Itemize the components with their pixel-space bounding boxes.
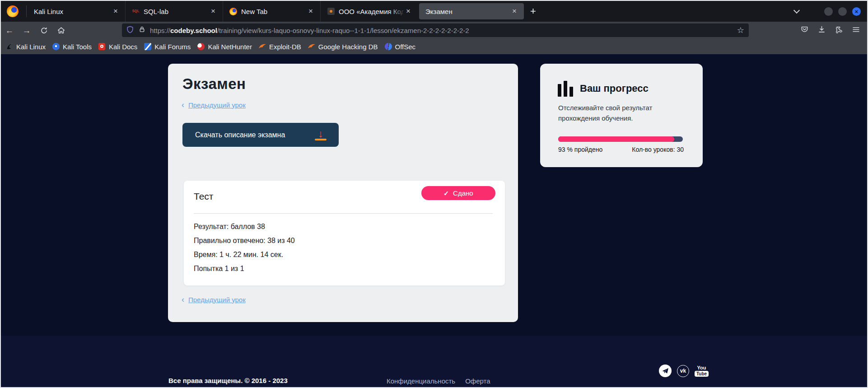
download-arrow-icon: ↓ xyxy=(314,129,327,140)
page-content: Экзамен ‹ Предыдущий урок Скачать описан… xyxy=(1,54,867,387)
bookmark-kali-forums[interactable]: Kali Forums xyxy=(144,42,191,51)
firefox-logo-icon xyxy=(7,5,19,17)
tab-ekzamen-active[interactable]: Экзамен × xyxy=(419,3,524,19)
tracking-protection-shield-icon[interactable] xyxy=(126,26,134,35)
tab-separator xyxy=(26,5,27,17)
privacy-link[interactable]: Конфиденциальность xyxy=(387,377,455,385)
chevron-left-icon: ‹ xyxy=(182,295,184,304)
forward-icon[interactable]: → xyxy=(18,26,35,35)
kali-nethunter-icon xyxy=(197,42,205,51)
tab-close-icon[interactable]: × xyxy=(208,6,218,16)
bookmark-exploit-db[interactable]: Exploit-DB xyxy=(258,42,301,51)
bookmark-kali-docs[interactable]: Kali Docs xyxy=(98,42,137,51)
footer: Все права защищены. © 2016 - 2023 Конфид… xyxy=(1,336,867,387)
kali-forums-icon xyxy=(144,42,152,51)
codeby-favicon xyxy=(327,8,335,15)
result-correct-line: Правильно отвечено: 38 из 40 xyxy=(194,234,295,248)
previous-lesson-link-bottom[interactable]: ‹ Предыдущий урок xyxy=(182,295,246,304)
progress-card: Ваш прогресс Отслеживайте свой результат… xyxy=(540,64,703,167)
tab-kali-linux[interactable]: Kali Linux × xyxy=(28,1,125,22)
lock-icon[interactable] xyxy=(139,26,145,35)
bookmark-star-icon[interactable]: ☆ xyxy=(737,25,744,35)
test-result-card: Тест ✓ Сдано Результат: баллов 38 Правил… xyxy=(184,181,505,285)
status-badge-passed: ✓ Сдано xyxy=(421,186,495,200)
list-all-tabs-icon[interactable] xyxy=(793,7,800,14)
back-icon[interactable]: ← xyxy=(1,26,18,35)
tab-bar: Kali Linux × SQL SQL-lab × New Tab × ООО… xyxy=(1,1,867,22)
offer-link[interactable]: Оферта xyxy=(465,377,490,385)
kali-tools-icon xyxy=(52,42,60,51)
lessons-count-label: Кол-во уроков: 30 xyxy=(632,146,684,153)
reload-icon[interactable] xyxy=(35,27,52,34)
tab-codeby-academy[interactable]: ООО «Академия Кодеба × xyxy=(320,1,418,22)
result-score-line: Результат: баллов 38 xyxy=(194,220,295,234)
progress-bar xyxy=(558,136,683,142)
extensions-puzzle-icon[interactable] xyxy=(835,26,843,35)
url-bar[interactable]: https://codeby.school/training/view/kurs… xyxy=(122,23,749,37)
check-icon: ✓ xyxy=(443,190,449,197)
youtube-icon[interactable]: You Tube xyxy=(695,365,709,377)
pocket-icon[interactable] xyxy=(801,26,808,35)
firefox-favicon xyxy=(229,8,237,15)
navigation-toolbar: ← → https://codeby.school/training/view/… xyxy=(1,22,867,39)
page-title: Экзамен xyxy=(182,75,246,93)
result-attempt-line: Попытка 1 из 1 xyxy=(194,262,295,276)
tab-close-icon[interactable]: × xyxy=(403,6,413,16)
bookmark-kali-tools[interactable]: Kali Tools xyxy=(52,42,92,51)
window-close-button[interactable]: × xyxy=(852,7,861,16)
social-icons: vk You Tube xyxy=(659,365,709,377)
tab-close-icon[interactable]: × xyxy=(111,6,121,16)
toolbar-right-icons xyxy=(801,22,867,39)
vk-icon[interactable]: vk xyxy=(677,365,689,377)
test-result-lines: Результат: баллов 38 Правильно отвечено:… xyxy=(194,220,295,276)
chevron-left-icon: ‹ xyxy=(182,101,184,109)
test-title: Тест xyxy=(194,191,213,202)
progress-percent-label: 93 % пройдено xyxy=(558,146,602,153)
exploit-db-bird-icon xyxy=(258,42,266,51)
tab-title: New Tab xyxy=(241,8,306,15)
previous-lesson-link-top[interactable]: ‹ Предыдущий урок xyxy=(182,101,246,109)
kali-dragon-icon xyxy=(5,42,14,51)
new-tab-button[interactable]: + xyxy=(530,6,536,16)
sql-favicon: SQL xyxy=(132,8,140,15)
divider xyxy=(194,213,493,214)
progress-title: Ваш прогресс xyxy=(580,83,649,94)
tabbar-right-controls: × xyxy=(794,1,867,22)
menu-hamburger-icon[interactable] xyxy=(852,26,860,35)
window-maximize-button[interactable] xyxy=(838,7,847,16)
progress-description: Отслеживайте свой результат прохождения … xyxy=(558,103,690,123)
browser-window: Kali Linux × SQL SQL-lab × New Tab × ООО… xyxy=(0,0,868,388)
bar-chart-icon xyxy=(558,81,574,97)
home-icon[interactable] xyxy=(52,27,70,34)
tab-close-icon[interactable]: × xyxy=(509,6,519,16)
bookmark-kali-nethunter[interactable]: Kali NetHunter xyxy=(197,42,252,51)
result-time-line: Время: 1 ч. 22 мин. 14 сек. xyxy=(194,248,295,262)
progress-fill xyxy=(558,136,674,142)
tab-strip: Kali Linux × SQL SQL-lab × New Tab × ООО… xyxy=(28,1,524,22)
copyright-text: Все права защищены. © 2016 - 2023 xyxy=(168,377,288,384)
tab-title: ООО «Академия Кодеба xyxy=(339,8,403,15)
tab-new-tab[interactable]: New Tab × xyxy=(223,1,320,22)
tab-title: Экзамен xyxy=(425,8,509,15)
bookmark-kali-linux[interactable]: Kali Linux xyxy=(5,42,46,51)
progress-labels: 93 % пройдено Кол-во уроков: 30 xyxy=(558,146,684,153)
ghdb-bird-icon xyxy=(308,42,316,51)
footer-links: Конфиденциальность Оферта xyxy=(387,377,490,385)
tab-sql-lab[interactable]: SQL SQL-lab × xyxy=(125,1,223,22)
telegram-icon[interactable] xyxy=(659,365,672,377)
bookmarks-bar: Kali Linux Kali Tools Kali Docs Kali For… xyxy=(1,39,867,54)
tab-title: SQL-lab xyxy=(144,8,208,15)
exam-card: Экзамен ‹ Предыдущий урок Скачать описан… xyxy=(168,64,518,322)
tab-close-icon[interactable]: × xyxy=(306,6,316,16)
kali-docs-icon xyxy=(98,42,106,51)
bookmark-offsec[interactable]: OffSec xyxy=(384,42,416,51)
window-minimize-button[interactable] xyxy=(824,7,833,16)
offsec-icon xyxy=(384,42,392,51)
tab-title: Kali Linux xyxy=(34,8,111,15)
downloads-icon[interactable] xyxy=(818,26,826,35)
url-text: https://codeby.school/training/view/kurs… xyxy=(150,27,733,34)
download-exam-description-button[interactable]: Скачать описание экзамна ↓ xyxy=(182,123,339,147)
bookmark-google-hacking-db[interactable]: Google Hacking DB xyxy=(308,42,378,51)
